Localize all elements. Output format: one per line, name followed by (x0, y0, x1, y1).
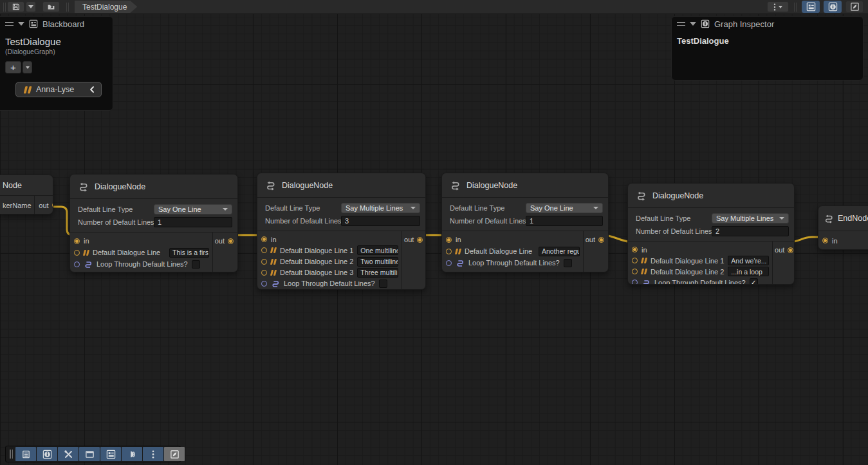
more-options-button[interactable] (143, 447, 163, 461)
loop-label: Loop Through Default Lines? (97, 260, 188, 268)
dialogue-node-2[interactable]: DialogueNode Default Line Type Say Multi… (257, 173, 426, 290)
quill-toggle-button[interactable] (845, 1, 863, 13)
open-asset-folder-icon (47, 3, 55, 11)
dialogue-line-port[interactable] (261, 247, 267, 253)
default-line-type-label: Default Line Type (636, 214, 712, 222)
loop-checkbox[interactable] (192, 260, 200, 269)
loop-checkbox[interactable] (564, 259, 572, 267)
info-icon (42, 450, 52, 459)
in-port[interactable] (74, 238, 80, 244)
loop-port[interactable] (446, 260, 452, 266)
node-title: Node (3, 181, 22, 190)
loop-icon (456, 258, 465, 267)
drag-handle-icon[interactable] (5, 22, 14, 26)
add-variable-caret-button[interactable] (23, 61, 32, 73)
blackboard-panel-button[interactable] (100, 447, 121, 461)
dialogue-line-field[interactable]: This is a first (169, 248, 209, 258)
out-port[interactable] (228, 238, 234, 244)
info-icon (828, 2, 838, 12)
list-panel-button[interactable] (15, 447, 36, 461)
more-options-icon (773, 3, 776, 11)
dialogue-line-field[interactable]: ...in a loop (728, 267, 769, 276)
loop-icon (642, 278, 651, 285)
blackboard-graph-type: (DialogueGraph) (0, 47, 113, 55)
dialogue-line-field[interactable]: Two multiline (357, 257, 398, 267)
blackboard-panel[interactable]: Blackboard TestDialogue (DialogueGraph) … (0, 16, 113, 111)
save-button[interactable] (7, 1, 24, 12)
loop-checkbox[interactable]: ✓ (750, 278, 758, 285)
dialogue-node-4[interactable]: DialogueNode Default Line Type Say Multi… (627, 183, 795, 285)
default-line-type-dropdown[interactable]: Say One Line (526, 203, 603, 213)
profile-panel-button[interactable] (122, 447, 142, 461)
add-variable-button[interactable]: + (5, 61, 21, 73)
dialogue-node-icon (636, 190, 647, 201)
default-line-type-label: Default Line Type (78, 205, 154, 213)
dialogue-line-field[interactable]: Another regu (539, 247, 580, 256)
end-node[interactable]: EndNode in (818, 205, 868, 250)
dialogue-line-port[interactable] (632, 269, 638, 274)
dialogue-line-field[interactable]: And we're... (728, 256, 769, 265)
graph-tab[interactable]: TestDialogue (75, 1, 137, 13)
top-toolbar: TestDialogue (0, 0, 868, 14)
blackboard-icon (29, 19, 38, 28)
chevron-down-icon (28, 5, 33, 8)
number-of-default-lines-field[interactable]: 1 (154, 217, 232, 227)
in-port[interactable] (261, 236, 267, 242)
in-port-label: in (84, 237, 89, 245)
dialogue-node-1[interactable]: DialogueNode Default Line Type Say One L… (69, 174, 238, 272)
open-asset-button[interactable] (42, 1, 60, 12)
node-title: DialogueNode (652, 191, 703, 200)
collapse-caret-icon[interactable] (18, 22, 24, 26)
default-line-type-dropdown[interactable]: Say One Line (154, 204, 232, 214)
quill-panel-button[interactable] (164, 447, 185, 461)
info-panel-button[interactable] (37, 447, 57, 461)
inspector-toggle-button[interactable] (824, 1, 842, 13)
default-line-type-dropdown[interactable]: Say Multiple Lines (341, 203, 420, 213)
number-of-default-lines-field[interactable]: 3 (341, 216, 420, 226)
collapse-chevron-icon[interactable] (89, 86, 95, 93)
blackboard-toggle-button[interactable] (802, 1, 820, 13)
dialogue-line-port[interactable] (632, 258, 638, 263)
blackboard-icon (806, 2, 816, 12)
dialogue-line-field[interactable]: One multiline (357, 245, 398, 255)
drag-handle-icon[interactable] (677, 22, 685, 26)
in-port-label: in (271, 236, 277, 243)
dialogue-node-3[interactable]: DialogueNode Default Line Type Say One L… (441, 173, 609, 272)
inspector-header-label: Graph Inspector (714, 19, 774, 29)
tools-icon (64, 450, 73, 459)
loop-port[interactable] (632, 280, 638, 285)
out-port[interactable] (52, 202, 53, 208)
collapse-caret-icon[interactable] (690, 22, 696, 26)
drag-handle-icon[interactable] (10, 450, 13, 459)
dialogue-line-port[interactable] (261, 259, 267, 265)
out-port[interactable] (417, 237, 423, 243)
save-dropdown-button[interactable] (26, 1, 36, 12)
chevron-down-icon (593, 207, 598, 209)
blackboard-graph-title: TestDialogue (0, 31, 113, 47)
in-port[interactable] (822, 238, 828, 243)
out-port[interactable] (788, 247, 793, 253)
loop-port[interactable] (261, 281, 267, 287)
dialogue-line-port[interactable] (446, 249, 452, 254)
dialogue-line-port[interactable] (261, 270, 267, 276)
start-node-partial[interactable]: Node kerName out (0, 175, 53, 214)
inspector-graph-title: TestDialogue (672, 31, 863, 46)
tools-panel-button[interactable] (58, 447, 78, 461)
number-of-default-lines-label: Number of Default Lines (636, 227, 712, 235)
window-panel-button[interactable] (79, 447, 100, 461)
blackboard-icon (106, 450, 116, 459)
in-port[interactable] (632, 247, 638, 252)
graph-inspector-panel[interactable]: Graph Inspector TestDialogue (671, 16, 863, 81)
default-line-type-dropdown[interactable]: Say Multiple Lines (712, 213, 789, 223)
dialogue-line-port[interactable] (74, 250, 80, 256)
in-port[interactable] (446, 237, 452, 243)
more-options-button[interactable] (767, 1, 789, 12)
number-of-default-lines-field[interactable]: 1 (526, 216, 603, 226)
loop-checkbox[interactable] (379, 280, 387, 288)
quote-icon (641, 269, 647, 274)
loop-port[interactable] (74, 261, 80, 267)
number-of-default-lines-field[interactable]: 2 (712, 226, 789, 236)
blackboard-variable-row[interactable]: Anna-Lyse (15, 82, 102, 97)
out-port[interactable] (598, 237, 604, 243)
dialogue-line-field[interactable]: Three multili (357, 268, 398, 278)
